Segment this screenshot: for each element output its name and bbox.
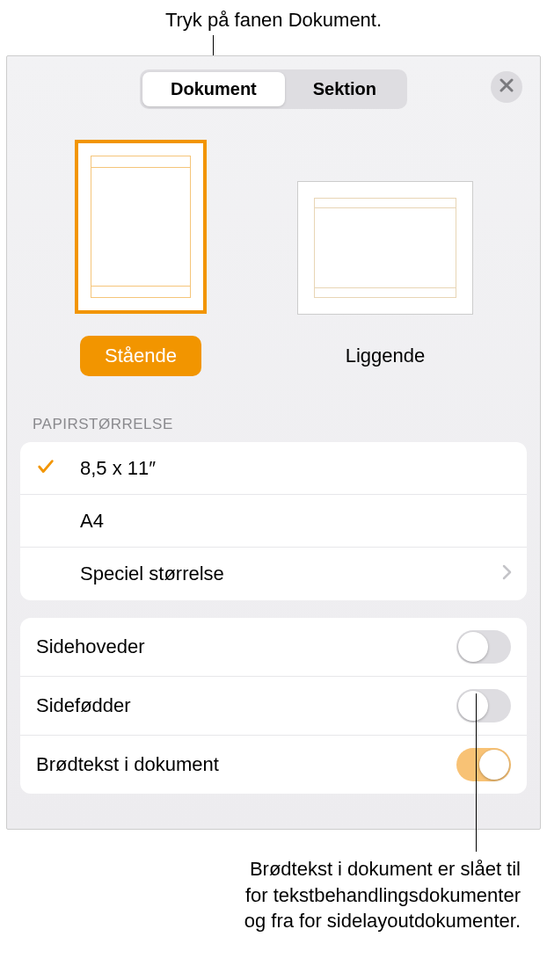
portrait-button[interactable]: Stående	[80, 336, 201, 376]
footers-row: Sidefødder	[20, 677, 527, 736]
footers-toggle[interactable]	[456, 689, 511, 722]
paper-size-list: 8,5 x 11″ A4 Speciel størrelse	[20, 442, 527, 600]
paper-size-a4-label: A4	[80, 510, 513, 533]
tabs-row: Dokument Sektion	[20, 69, 527, 109]
paper-size-letter-label: 8,5 x 11″	[80, 457, 513, 480]
body-text-label: Brødtekst i dokument	[36, 753, 456, 776]
close-button[interactable]	[491, 71, 522, 103]
callout-bottom-line1: Brødtekst i dokument er slået til	[70, 856, 521, 882]
chevron-right-icon	[502, 564, 513, 584]
callout-bottom-line3: og fra for sidelayoutdokumenter.	[70, 908, 521, 934]
footers-label: Sidefødder	[36, 694, 456, 717]
callout-top: Tryk på fanen Dokument.	[0, 0, 547, 51]
switches-list: Sidehoveder Sidefødder Brødtekst i dokum…	[20, 618, 527, 794]
callout-bottom-line2: for tekstbehandlingsdokumenter	[70, 882, 521, 909]
headers-row: Sidehoveder	[20, 618, 527, 677]
paper-size-custom-row[interactable]: Speciel størrelse	[20, 548, 527, 600]
paper-size-custom-label: Speciel størrelse	[80, 563, 502, 585]
headers-toggle[interactable]	[456, 630, 511, 664]
body-text-row: Brødtekst i dokument	[20, 736, 527, 794]
paper-size-header: PAPIRSTØRRELSE	[33, 416, 527, 433]
checkmark-icon	[36, 457, 55, 480]
orientation-portrait[interactable]: Stående	[75, 140, 207, 376]
callout-line	[476, 693, 477, 852]
orientation-landscape[interactable]: Liggende	[298, 182, 472, 376]
landscape-preview-icon	[298, 182, 472, 314]
close-icon	[500, 78, 514, 96]
portrait-preview-icon	[75, 140, 207, 314]
document-options-panel: Dokument Sektion Stående Liggende PAPIRS…	[6, 55, 541, 830]
paper-size-a4-row[interactable]: A4	[20, 495, 527, 548]
landscape-button[interactable]: Liggende	[321, 336, 450, 376]
tab-segment: Dokument Sektion	[140, 69, 407, 109]
tab-document[interactable]: Dokument	[142, 72, 285, 106]
orientation-row: Stående Liggende	[47, 140, 500, 376]
tab-section[interactable]: Sektion	[285, 72, 405, 106]
headers-label: Sidehoveder	[36, 635, 456, 658]
paper-size-letter-row[interactable]: 8,5 x 11″	[20, 442, 527, 495]
body-text-toggle[interactable]	[456, 748, 511, 781]
callout-bottom: Brødtekst i dokument er slået til for te…	[0, 830, 547, 934]
callout-top-text: Tryk på fanen Dokument.	[165, 9, 382, 31]
